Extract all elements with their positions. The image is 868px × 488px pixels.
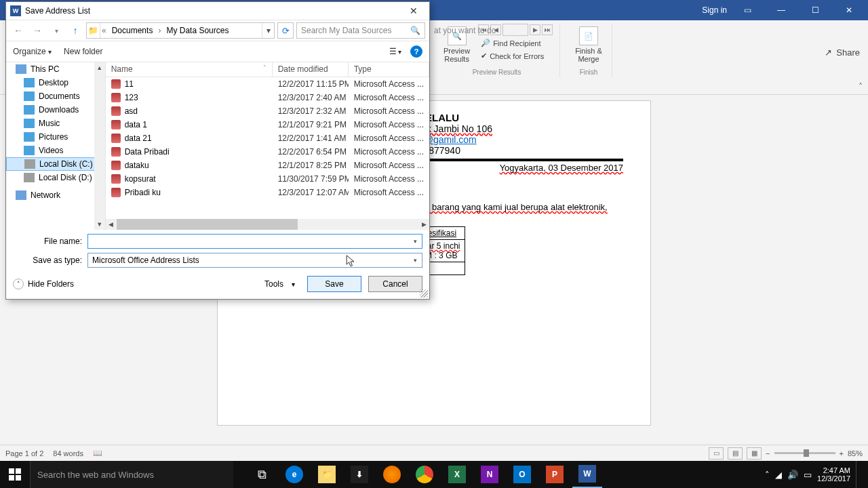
save-button[interactable]: Save	[307, 276, 361, 292]
tray-input-icon[interactable]: ▭	[804, 470, 812, 480]
file-row[interactable]: data 2112/2/2017 1:41 AMMicrosoft Access…	[106, 131, 429, 145]
proofing-icon[interactable]: 📖	[93, 449, 102, 458]
change-view-button[interactable]: ☰▾	[387, 45, 403, 58]
tray-chevron-icon[interactable]: ˄	[765, 470, 770, 480]
tree-documents[interactable]: Documents	[6, 89, 105, 103]
next-record-button[interactable]: ▶	[530, 24, 540, 35]
page-indicator[interactable]: Page 1 of 2	[5, 449, 43, 458]
col-type[interactable]: Type	[349, 62, 429, 77]
task-view-button[interactable]: ⧉	[247, 461, 277, 488]
taskbar-word[interactable]: W	[572, 461, 602, 488]
tray-network-icon[interactable]: ◢	[775, 470, 782, 480]
tree-videos[interactable]: Videos	[6, 144, 105, 157]
tree-this-pc[interactable]: This PC	[6, 62, 105, 76]
tree-music[interactable]: Music	[6, 117, 105, 130]
nav-back-button[interactable]: ←	[10, 22, 26, 39]
tree-scrollbar[interactable]: ▲ ▼	[94, 62, 105, 230]
col-date-modified[interactable]: Date modified	[273, 62, 349, 77]
file-row[interactable]: Data Pribadi12/2/2017 6:54 PMMicrosoft A…	[106, 145, 429, 159]
saveas-dropdown[interactable]: ▾	[410, 255, 420, 266]
word-count[interactable]: 84 words	[53, 449, 83, 458]
help-button[interactable]: ?	[410, 45, 422, 58]
col-name[interactable]: Name ˄	[106, 62, 273, 77]
breadcrumb[interactable]: 📁 « Documents › My Data Sources ▾	[86, 22, 275, 39]
zoom-slider[interactable]	[774, 452, 835, 454]
taskbar-firefox[interactable]	[377, 461, 407, 488]
file-row[interactable]: data 112/1/2017 9:21 PMMicrosoft Access …	[106, 118, 429, 131]
taskbar-excel[interactable]: X	[442, 461, 472, 488]
file-list-hscrollbar[interactable]: ◀ ▶	[106, 219, 429, 230]
close-word-button[interactable]: ✕	[835, 1, 863, 20]
breadcrumb-my-data-sources[interactable]: My Data Sources	[162, 23, 233, 38]
taskbar-outlook[interactable]: O	[507, 461, 537, 488]
filename-input[interactable]: ▾	[87, 234, 422, 249]
access-db-icon	[111, 79, 121, 89]
finish-merge-button[interactable]: 📄 Finish & Merge	[572, 24, 605, 66]
nav-up-button[interactable]: ↑	[67, 22, 83, 39]
file-row[interactable]: 12312/3/2017 2:40 AMMicrosoft Access ...	[106, 91, 429, 104]
record-number-input[interactable]	[502, 24, 528, 36]
search-icon: 🔍	[410, 26, 420, 35]
tree-downloads[interactable]: Downloads	[6, 103, 105, 117]
filename-dropdown[interactable]: ▾	[410, 236, 420, 247]
nav-forward-button[interactable]: →	[29, 22, 45, 39]
read-mode-button[interactable]: ▭	[709, 447, 724, 460]
taskbar-file-explorer[interactable]: 📁	[312, 461, 342, 488]
taskbar-chrome[interactable]	[410, 461, 439, 488]
organize-menu[interactable]: Organize ▾	[13, 47, 52, 56]
taskbar-search[interactable]: Search the web and Windows	[30, 461, 233, 488]
tree-local-disk-c[interactable]: Local Disk (C:)	[6, 157, 105, 171]
share-button[interactable]: Share	[836, 47, 860, 58]
firefox-icon	[383, 466, 401, 483]
tray-clock[interactable]: 2:47 AM 12/3/2017	[817, 466, 850, 483]
scroll-up-button[interactable]: ▲	[94, 62, 105, 73]
web-layout-button[interactable]: ▦	[747, 447, 762, 460]
tools-menu[interactable]: Tools▾	[259, 277, 300, 291]
zoom-in-button[interactable]: +	[840, 449, 844, 458]
tree-local-disk-d[interactable]: Local Disk (D:)	[6, 171, 105, 184]
taskbar-powerpoint[interactable]: P	[540, 461, 570, 488]
start-button[interactable]	[0, 461, 30, 488]
tree-network[interactable]: Network	[6, 188, 105, 202]
ribbon-display-options[interactable]: ▭	[734, 1, 761, 20]
last-record-button[interactable]: ⏭	[542, 24, 553, 35]
find-recipient-button[interactable]: 🔎Find Recipient	[478, 37, 553, 49]
scroll-left-button[interactable]: ◀	[106, 219, 117, 230]
file-row[interactable]: asd12/3/2017 2:32 AMMicrosoft Access ...	[106, 104, 429, 118]
folder-search-input[interactable]: Search My Data Sources 🔍	[296, 22, 425, 39]
file-row[interactable]: Pribadi ku12/3/2017 12:07 AMMicrosoft Ac…	[106, 186, 429, 199]
dialog-titlebar[interactable]: W Save Address List ✕	[6, 2, 429, 20]
taskbar-onenote[interactable]: N	[475, 461, 505, 488]
refresh-button[interactable]: ⟳	[277, 22, 294, 39]
print-layout-button[interactable]: ▤	[728, 447, 743, 460]
new-folder-button[interactable]: New folder	[64, 47, 102, 56]
hide-folders-button[interactable]: ˄ Hide Folders	[13, 279, 74, 289]
file-row[interactable]: dataku12/1/2017 8:25 PMMicrosoft Access …	[106, 159, 429, 172]
taskbar-store[interactable]: ⬇	[344, 461, 374, 488]
show-desktop-button[interactable]	[856, 461, 865, 488]
cancel-button[interactable]: Cancel	[368, 276, 422, 292]
signin-link[interactable]: Sign in	[702, 5, 727, 15]
collapse-ribbon-button[interactable]: ˄	[859, 82, 863, 92]
dialog-close-button[interactable]: ✕	[401, 3, 427, 19]
tree-desktop[interactable]: Desktop	[6, 76, 105, 89]
breadcrumb-dropdown[interactable]: ▾	[262, 23, 274, 38]
file-row[interactable]: kopsurat11/30/2017 7:59 PMMicrosoft Acce…	[106, 172, 429, 186]
breadcrumb-documents[interactable]: Documents	[108, 23, 157, 38]
scroll-down-button[interactable]: ▼	[94, 219, 105, 230]
dialog-nav-bar: ← → ▾ ↑ 📁 « Documents › My Data Sources …	[6, 20, 429, 41]
maximize-button[interactable]: ☐	[802, 1, 829, 20]
saveas-type-combo[interactable]: Microsoft Office Address Lists ▾	[87, 253, 422, 268]
zoom-out-button[interactable]: −	[766, 449, 770, 458]
file-row[interactable]: 1112/2/2017 11:15 PMMicrosoft Access ...	[106, 77, 429, 91]
taskbar-edge[interactable]: e	[279, 461, 309, 488]
zoom-level[interactable]: 85%	[848, 449, 863, 458]
resize-grip[interactable]	[420, 289, 428, 298]
tray-volume-icon[interactable]: 🔊	[787, 470, 798, 480]
tree-pictures[interactable]: Pictures	[6, 130, 105, 144]
scroll-right-button[interactable]: ▶	[418, 219, 429, 230]
check-errors-button[interactable]: ✔Check for Errors	[478, 50, 553, 62]
minimize-button[interactable]: —	[768, 1, 795, 20]
dialog-title: Save Address List	[25, 6, 90, 16]
nav-recent-button[interactable]: ▾	[48, 22, 64, 39]
